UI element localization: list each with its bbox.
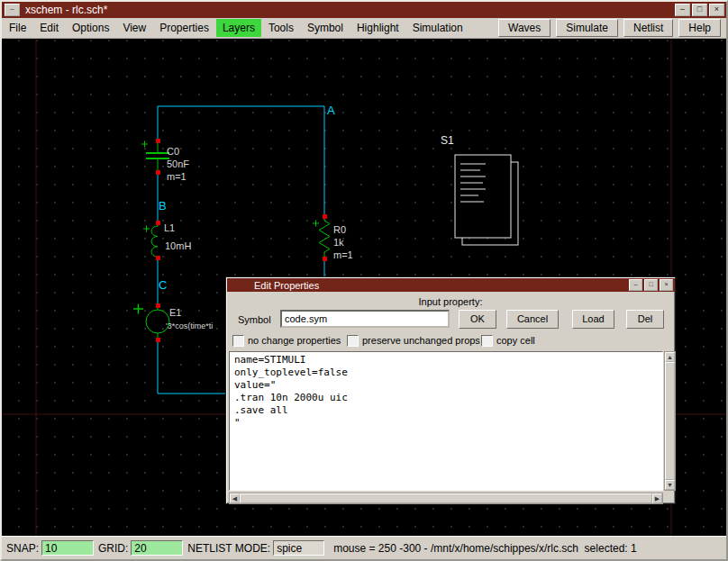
pin-marker	[156, 170, 160, 175]
dialog-close-icon[interactable]: ×	[660, 279, 673, 291]
vertical-scrollbar-thumb[interactable]	[665, 362, 675, 480]
menu-layers[interactable]: Layers	[216, 19, 261, 37]
help-button[interactable]: Help	[678, 19, 721, 37]
copy-cell-label: copy cell	[496, 335, 535, 346]
menu-highlight[interactable]: Highlight	[350, 19, 405, 37]
menu-properties[interactable]: Properties	[153, 19, 215, 37]
window-title: xschem - rlc.sch*	[25, 4, 673, 16]
netlist-mode-input[interactable]	[273, 540, 324, 556]
menu-simulation[interactable]: Simulation	[406, 19, 469, 37]
minimize-icon[interactable]: –	[675, 4, 690, 16]
pin-marker	[156, 139, 160, 143]
netlist-button[interactable]: Netlist	[623, 19, 673, 37]
source-ref: E1	[169, 307, 181, 318]
component-capacitor[interactable]: C0 50nF m=1	[141, 139, 189, 182]
vertical-scrollbar[interactable]: ▲ ▼	[664, 351, 676, 491]
netlist-mode-label: NETLIST MODE:	[187, 542, 270, 555]
net-label-c[interactable]: C	[159, 278, 167, 292]
properties-textarea[interactable]: name=STIMULI only_toplevel=false value="…	[229, 351, 663, 491]
snap-input[interactable]	[41, 540, 94, 556]
scroll-right-icon[interactable]: ▶	[652, 493, 662, 503]
scroll-left-icon[interactable]: ◀	[230, 493, 240, 503]
ok-button[interactable]: OK	[459, 310, 496, 329]
window-titlebar[interactable]: – xschem - rlc.sch* – □ ×	[2, 2, 726, 18]
dialog-titlebar[interactable]: Edit Properties – □ ×	[227, 278, 675, 292]
cancel-button[interactable]: Cancel	[506, 310, 559, 329]
no-change-properties-checkbox[interactable]	[232, 335, 244, 347]
pin-marker	[323, 214, 327, 219]
plus-marker-icon	[143, 226, 150, 232]
resistor-mult: m=1	[333, 249, 353, 260]
horizontal-scrollbar[interactable]: ◀ ▶	[229, 493, 663, 504]
source-value: '3*cos(time*ti	[166, 321, 213, 330]
symbol-input[interactable]	[280, 310, 450, 328]
menu-view[interactable]: View	[116, 19, 152, 37]
symbol-label: Symbol	[238, 314, 271, 325]
grid-input[interactable]	[131, 540, 183, 556]
component-code-block[interactable]: S1	[441, 134, 518, 245]
code-block-ref: S1	[441, 134, 454, 147]
menu-file[interactable]: File	[3, 19, 32, 37]
menu-tools[interactable]: Tools	[262, 19, 300, 37]
inductor-value: 10mH	[165, 240, 191, 251]
menu-options[interactable]: Options	[66, 19, 115, 37]
schematic-area[interactable]: A B C C0 50nF m=1	[2, 39, 726, 536]
net-label-b[interactable]: B	[159, 199, 167, 213]
pin-marker	[156, 338, 160, 342]
plus-marker-icon	[141, 141, 148, 148]
dialog-title: Edit Properties	[254, 280, 319, 291]
pin-marker	[156, 221, 160, 225]
preserve-unchanged-props-checkbox[interactable]	[347, 335, 359, 347]
close-icon[interactable]: ×	[709, 4, 724, 16]
pin-marker	[156, 303, 160, 308]
capacitor-ref: C0	[167, 146, 179, 157]
menu-edit[interactable]: Edit	[33, 19, 65, 37]
xschem-window: – xschem - rlc.sch* – □ × File Edit Opti…	[0, 0, 728, 561]
properties-text: name=STIMULI only_toplevel=false value="…	[234, 354, 658, 430]
input-property-label: Input property:	[226, 296, 675, 307]
snap-label: SNAP:	[6, 542, 39, 555]
net-label-a[interactable]: A	[327, 104, 335, 117]
del-button[interactable]: Del	[626, 310, 664, 329]
menubar: File Edit Options View Properties Layers…	[2, 18, 726, 39]
preserve-unchanged-props-label: preserve unchanged props	[362, 335, 480, 346]
statusbar: SNAP: GRID: NETLIST MODE: mouse = 250 -3…	[2, 536, 726, 559]
scroll-up-icon[interactable]: ▲	[665, 352, 675, 362]
capacitor-value: 50nF	[167, 158, 189, 169]
code-sheet-front	[455, 155, 511, 238]
maximize-icon[interactable]: □	[692, 4, 707, 16]
pin-marker	[156, 256, 160, 260]
polarity-plus-icon	[133, 304, 143, 314]
scroll-down-icon[interactable]: ▼	[665, 480, 675, 490]
horizontal-scrollbar-thumb[interactable]	[240, 493, 652, 503]
plus-marker-icon	[313, 221, 319, 227]
waves-button[interactable]: Waves	[498, 19, 551, 37]
load-button[interactable]: Load	[572, 310, 614, 329]
edit-properties-dialog: Edit Properties – □ × Input property: Sy…	[225, 276, 676, 504]
dialog-minimize-icon[interactable]: –	[629, 279, 642, 291]
no-change-properties-label: no change properties	[248, 335, 341, 346]
resistor-ref: R0	[333, 224, 346, 235]
component-resistor[interactable]: R0 1k m=1	[313, 214, 353, 261]
inductor-ref: L1	[164, 222, 175, 233]
window-menu-icon[interactable]: –	[5, 4, 20, 16]
dialog-maximize-icon[interactable]: □	[644, 279, 658, 291]
pin-marker	[323, 257, 327, 261]
resistor-value: 1k	[333, 237, 344, 248]
capacitor-mult: m=1	[167, 171, 187, 182]
copy-cell-checkbox[interactable]	[481, 335, 493, 347]
grid-label: GRID:	[98, 542, 128, 555]
component-voltage-source[interactable]: E1 '3*cos(time*ti	[133, 303, 213, 342]
component-inductor[interactable]: L1 10mH	[143, 221, 191, 260]
statusbar-info: mouse = 250 -300 - /mnt/x/home/schippes/…	[333, 542, 637, 555]
menu-symbol[interactable]: Symbol	[301, 19, 350, 37]
simulate-button[interactable]: Simulate	[556, 19, 618, 37]
